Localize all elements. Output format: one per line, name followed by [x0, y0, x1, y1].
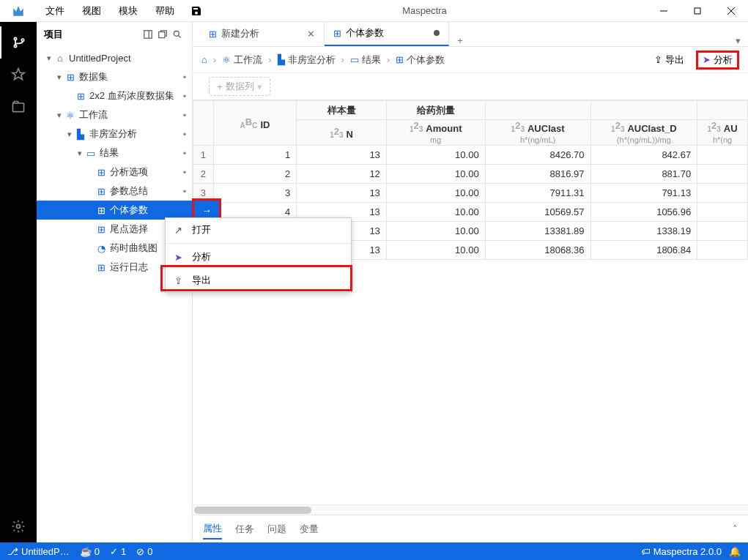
cell[interactable]: 1806.84: [590, 241, 697, 260]
crumb-home[interactable]: ⌂: [201, 54, 207, 65]
svg-point-2: [14, 45, 16, 47]
bottom-tab-tasks[interactable]: 任务: [235, 520, 254, 539]
cell[interactable]: 7911.31: [485, 184, 590, 203]
crumb-results[interactable]: ▭结果: [350, 53, 381, 67]
export-button[interactable]: ⇪导出: [648, 52, 690, 68]
table-row[interactable]: 111310.008426.70842.67: [193, 146, 748, 165]
tree-nca[interactable]: ▾▙非房室分析•: [37, 124, 192, 143]
cell[interactable]: 791.13: [590, 184, 697, 203]
tab-dirty-indicator: [434, 30, 440, 36]
tree-results[interactable]: ▾▭结果•: [37, 143, 192, 163]
window-title: Maspectra: [202, 5, 647, 16]
svg-rect-4: [13, 103, 24, 112]
table-icon: ⊞: [64, 72, 76, 83]
flow-icon: ⚛: [64, 110, 76, 121]
cell[interactable]: 10.00: [386, 203, 485, 222]
cell[interactable]: 1056.96: [590, 203, 697, 222]
cell[interactable]: 10.00: [386, 165, 485, 184]
window-maximize[interactable]: [681, 0, 714, 22]
context-menu: ↗打开 ➤分析 ⇪导出: [165, 217, 352, 293]
cell[interactable]: 3: [213, 184, 297, 203]
bottom-tab-vars[interactable]: 变量: [300, 520, 319, 539]
table-icon: ⊞: [95, 205, 107, 216]
table-icon: ⊞: [209, 29, 217, 40]
cell[interactable]: 1338.19: [590, 222, 697, 241]
activity-files[interactable]: [0, 91, 37, 123]
ctx-open[interactable]: ↗打开: [166, 218, 351, 242]
window-close[interactable]: [714, 0, 748, 22]
svg-rect-6: [144, 31, 152, 39]
table-icon: ⊞: [333, 28, 341, 39]
tree-datasets[interactable]: ▾⊞数据集•: [37, 67, 192, 86]
status-project[interactable]: ⎇ UntitledP…: [7, 546, 70, 557]
cell[interactable]: 12: [297, 165, 387, 184]
svg-rect-7: [159, 32, 165, 38]
ctx-analyze[interactable]: ➤分析: [166, 245, 351, 269]
sidebar-search-icon[interactable]: [170, 29, 185, 40]
status-bell-icon[interactable]: 🔔: [729, 546, 741, 557]
analyze-button[interactable]: ➤分析: [696, 51, 739, 70]
cell[interactable]: 1: [213, 146, 297, 165]
tab-new-analysis[interactable]: ⊞ 新建分析 ✕: [200, 21, 325, 46]
cell[interactable]: 13: [297, 146, 387, 165]
tab-dropdown-icon[interactable]: ▾: [728, 35, 748, 46]
cell[interactable]: 13: [297, 184, 387, 203]
activity-branch[interactable]: [0, 26, 37, 59]
cell[interactable]: 8426.70: [485, 146, 590, 165]
cell[interactable]: 13381.89: [485, 222, 590, 241]
save-button[interactable]: [190, 5, 202, 17]
open-icon: ↗: [174, 225, 188, 236]
cell[interactable]: 18068.36: [485, 241, 590, 260]
export-icon: ⇪: [654, 54, 662, 65]
table-row[interactable]: 331310.007911.31791.13: [193, 184, 748, 203]
cell[interactable]: 10.00: [386, 184, 485, 203]
tree-workflows[interactable]: ▾⚛工作流•: [37, 105, 192, 124]
cell[interactable]: 10.00: [386, 222, 485, 241]
cell[interactable]: 10.00: [386, 241, 485, 260]
panel-expand-icon[interactable]: ˄: [733, 523, 738, 534]
tree-project[interactable]: ▾⌂UntitledProject: [37, 48, 192, 67]
bottom-tab-problems[interactable]: 问题: [267, 520, 286, 539]
tree-item-options[interactable]: ⊞分析选项•: [37, 163, 192, 182]
tab-add-button[interactable]: +: [449, 35, 471, 46]
window-minimize[interactable]: [647, 0, 681, 22]
ctx-export[interactable]: ⇪导出: [166, 269, 351, 292]
table-row[interactable]: 221210.008816.97881.70: [193, 165, 748, 184]
book-icon: ▭: [85, 148, 97, 159]
cell[interactable]: 881.70: [590, 165, 697, 184]
app-logo: [0, 4, 37, 18]
tree-item-summary[interactable]: ⊞参数总结•: [37, 182, 192, 201]
tree-dataset-item[interactable]: ⊞2x2 血药浓度数据集•: [37, 86, 192, 105]
table-icon: ⊞: [95, 167, 107, 178]
cell[interactable]: 10569.57: [485, 203, 590, 222]
status-count1[interactable]: ☕ 0: [80, 546, 100, 557]
crumb-individual[interactable]: ⊞个体参数: [396, 53, 445, 67]
status-count3[interactable]: ⊘ 0: [136, 546, 152, 557]
sidebar-collapse-icon[interactable]: [141, 29, 155, 40]
crumb-nca[interactable]: ▙非房室分析: [278, 53, 336, 67]
add-column-button[interactable]: +数据列▾: [209, 77, 270, 96]
bottom-tab-props[interactable]: 属性: [203, 519, 222, 540]
cell[interactable]: 842.67: [590, 146, 697, 165]
tab-label: 个体参数: [346, 26, 384, 40]
activity-star[interactable]: [0, 59, 37, 91]
crumb-workflow[interactable]: ⚛工作流: [222, 53, 262, 67]
cell[interactable]: 8816.97: [485, 165, 590, 184]
sidebar-float-icon[interactable]: [155, 29, 170, 40]
table-icon: ⊞: [75, 91, 86, 102]
cell[interactable]: 10.00: [386, 146, 485, 165]
activity-settings[interactable]: [0, 510, 37, 542]
status-brand[interactable]: 🏷 Maspectra 2.0.0: [641, 546, 722, 557]
tab-close-icon[interactable]: ✕: [307, 29, 315, 40]
status-count2[interactable]: ✓ 1: [110, 546, 126, 557]
svg-point-3: [21, 39, 23, 41]
cell[interactable]: 2: [213, 165, 297, 184]
menu-file[interactable]: 文件: [37, 0, 73, 22]
menu-module[interactable]: 模块: [110, 0, 147, 22]
horizontal-scrollbar[interactable]: [193, 504, 748, 515]
menu-help[interactable]: 帮助: [147, 0, 183, 22]
table-icon: ⊞: [95, 186, 107, 197]
menu-view[interactable]: 视图: [73, 0, 110, 22]
tab-individual[interactable]: ⊞ 个体参数: [325, 21, 449, 46]
play-icon: ➤: [174, 252, 188, 263]
